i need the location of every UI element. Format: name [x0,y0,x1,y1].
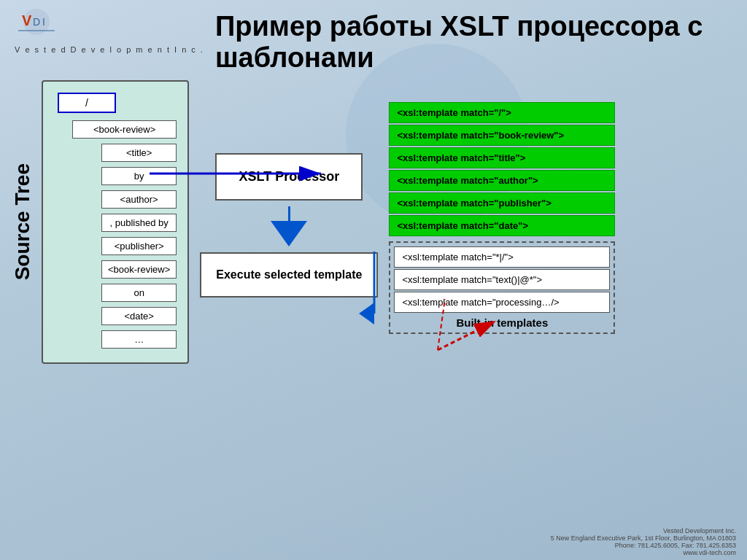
header: V D I V e s t e d D e v e l o p m e n t … [0,0,747,73]
source-tree-box: / <book-review> <title> by <author> , pu… [42,80,189,364]
template-row-0: <xsl:template match="/"> [389,102,615,123]
template-row-5: <xsl:template match="date"> [389,215,615,236]
footer-line4: www.vdi-tech.com [551,549,736,556]
processor-box: XSLT Processor [215,153,363,201]
tree-node-author: <author> [101,190,177,209]
footer: Vested Development Inc. 5 New England Ex… [551,527,736,556]
builtin-template-0: <xsl:template match="*|/"> [394,246,610,268]
tree-node-by: by [101,167,177,185]
template-row-2: <xsl:template match="title"> [389,147,615,168]
footer-line3: Phone: 781.425.6005, Fax: 781.425.6353 [551,542,736,549]
footer-line2: 5 New England Executive Park, 1st Floor,… [551,534,736,542]
slide-title: Пример работы XSLT процессора с шаблонам… [215,11,732,74]
company-name: V e s t e d D e v e l o p m e n t I n c … [15,45,204,54]
template-row-3: <xsl:template match="author"> [389,170,615,191]
source-tree-label: Source Tree [11,163,34,280]
template-row-1: <xsl:template match="book-review"> [389,125,615,146]
builtin-template-1: <xsl:template match="text()|@*"> [394,269,610,290]
tree-node-ellipsis: … [101,330,177,349]
svg-text:I: I [42,16,45,28]
middle-section: XSLT Processor Execute selected template [200,153,378,298]
tree-node-title: <title> [101,144,177,162]
execute-box: Execute selected template [200,252,378,298]
templates-section: <xsl:template match="/"> <xsl:template m… [389,102,615,334]
company-logo: V D I [15,7,58,44]
tree-node-date: <date> [101,307,177,325]
tree-node-book-review-open: <book-review> [72,120,177,139]
svg-text:D: D [33,16,40,28]
tree-node-book-review-close: <book-review> [101,260,177,279]
tree-node-published-by: , published by [101,214,177,232]
tree-node-publisher: <publisher> [101,237,177,255]
tree-node-on: on [101,284,177,302]
source-tree-section: Source Tree / <book-review> <title> by <… [11,80,189,364]
arrow-stem [288,206,290,221]
builtin-section: <xsl:template match="*|/"> <xsl:template… [389,241,615,334]
builtin-template-2: <xsl:template match="processing…/> [394,292,610,313]
svg-text:V: V [22,12,32,28]
tree-root-node: / [58,93,116,113]
builtin-label: Built-in templates [394,316,610,329]
arrow-down-icon [271,221,307,246]
logo-area: V D I V e s t e d D e v e l o p m e n t … [15,7,204,54]
template-row-4: <xsl:template match="publisher"> [389,192,615,214]
